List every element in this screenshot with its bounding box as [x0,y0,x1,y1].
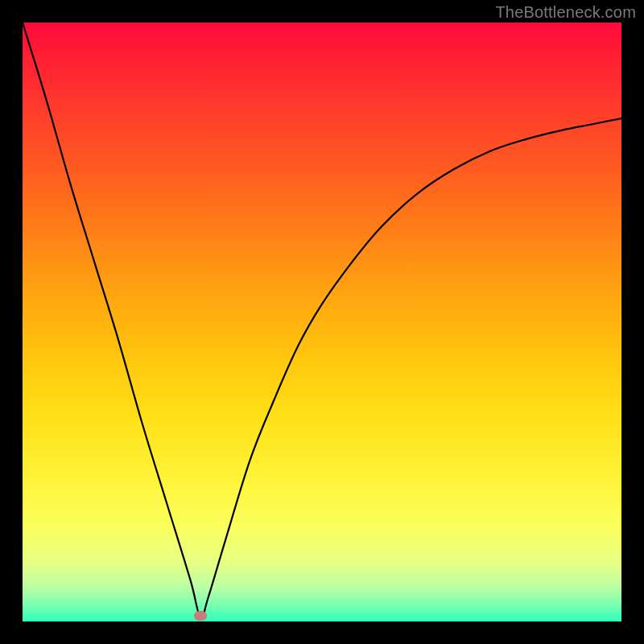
plot-area [23,23,621,621]
watermark-text: TheBottleneck.com [495,3,636,22]
optimum-marker [194,611,207,621]
bottleneck-curve [23,23,621,621]
chart-container: TheBottleneck.com [0,0,644,644]
